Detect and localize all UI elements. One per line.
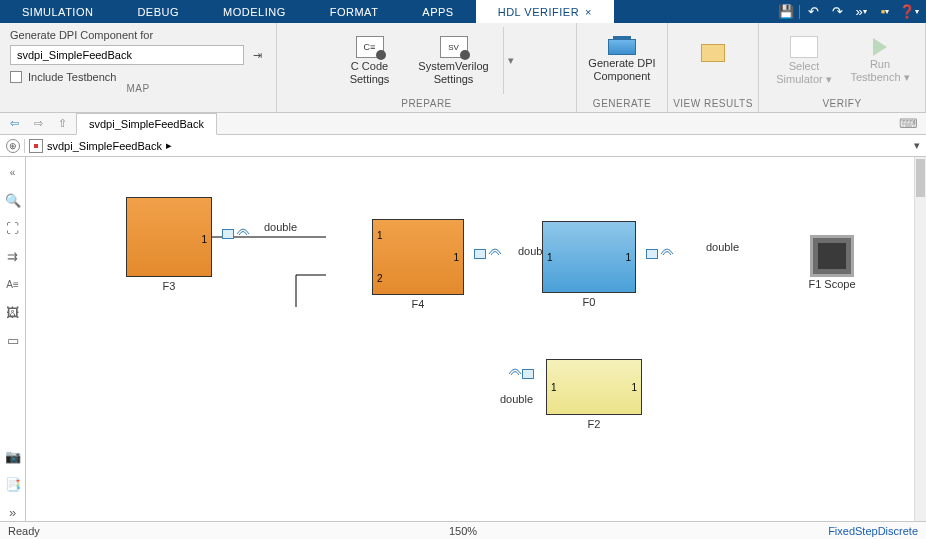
nav-up-button[interactable]: ⇧: [52, 115, 72, 133]
prepare-dropdown[interactable]: ▾: [503, 27, 519, 94]
block-scope[interactable]: F1 Scope: [810, 235, 854, 277]
annotation-tool[interactable]: A≡: [3, 275, 23, 293]
logging-icon-f4[interactable]: [474, 249, 486, 259]
status-bar: Ready 150% FixedStepDiscrete: [0, 521, 926, 539]
select-simulator-button[interactable]: Select Simulator ▾: [769, 27, 839, 94]
explorer-expand[interactable]: ▾: [914, 139, 920, 152]
select-simulator-label: Select Simulator ▾: [776, 60, 832, 84]
forward-button[interactable]: »▾: [850, 2, 872, 22]
systemverilog-settings-button[interactable]: SV SystemVerilog Settings: [419, 27, 489, 94]
c-code-settings-icon: C≡: [356, 36, 384, 58]
block-F2[interactable]: 1 1 F2: [546, 359, 642, 415]
hide-toolbar-button[interactable]: «: [3, 163, 23, 181]
folder-icon: [701, 44, 725, 62]
tab-modeling[interactable]: MODELING: [201, 0, 308, 23]
c-code-settings-button[interactable]: C≡ C Code Settings: [335, 27, 405, 94]
tab-hdl-verifier[interactable]: HDL VERIFIER ×: [476, 0, 614, 23]
systemverilog-settings-label: SystemVerilog Settings: [418, 60, 488, 84]
more-tools[interactable]: »: [3, 503, 23, 521]
document-tab[interactable]: svdpi_SimpleFeedBack: [76, 113, 217, 135]
systemverilog-settings-icon: SV: [440, 36, 468, 58]
nav-back-button[interactable]: ⇦: [4, 115, 24, 133]
include-testbench-label: Include Testbench: [28, 71, 116, 83]
help-glyph: ❓: [899, 4, 915, 19]
undo-button[interactable]: ↶: [802, 2, 824, 22]
streaming-icon-f0[interactable]: [660, 247, 674, 257]
tab-close-icon[interactable]: ×: [585, 6, 592, 18]
explorer-bar: ⊕ svdpi_SimpleFeedBack ▸ ▾: [0, 135, 926, 157]
breadcrumb-arrow-icon: ▸: [166, 139, 172, 152]
select-simulator-icon: [790, 36, 818, 58]
dpi-component-input[interactable]: [10, 45, 244, 65]
tab-simulation[interactable]: SIMULATION: [0, 0, 115, 23]
block-F2-in: 1: [631, 382, 637, 393]
pin-target-icon[interactable]: ⇥: [248, 46, 266, 64]
generate-dpi-button[interactable]: Generate DPI Component: [587, 27, 657, 94]
report-tool[interactable]: 📑: [3, 475, 23, 493]
model-canvas[interactable]: double doub double double 1: [26, 157, 926, 521]
run-testbench-button[interactable]: Run Testbench ▾: [845, 27, 915, 94]
ribbon-group-view-results-title: VIEW RESULTS: [668, 98, 758, 112]
play-icon: [873, 38, 887, 56]
checkbox-icon: [10, 71, 22, 83]
signal-type-f0-scope: double: [706, 241, 739, 253]
main-area: « 🔍 ⛶ ⇉ A≡ 🖼 ▭ 📷 📑 »: [0, 157, 926, 521]
ribbon-group-prepare: C≡ C Code Settings SV SystemVerilog Sett…: [277, 23, 577, 112]
status-solver[interactable]: FixedStepDiscrete: [828, 525, 918, 537]
open-folder-button[interactable]: [678, 27, 748, 94]
zoom-tool[interactable]: 🔍: [3, 191, 23, 209]
c-code-settings-label: C Code Settings: [350, 60, 390, 84]
keyboard-icon[interactable]: ⌨: [899, 116, 922, 131]
vertical-scrollbar[interactable]: [914, 157, 926, 521]
block-F0[interactable]: 1 1 F0: [542, 221, 636, 293]
ribbon-group-verify: Select Simulator ▾ Run Testbench ▾ VERIF…: [759, 23, 926, 112]
scope-screen-icon: [818, 243, 846, 269]
streaming-icon-f2[interactable]: [508, 367, 522, 377]
favorite-button[interactable]: ▪▾: [874, 2, 896, 22]
help-button[interactable]: ❓▾: [898, 2, 920, 22]
redo-button[interactable]: ↷: [826, 2, 848, 22]
breadcrumb[interactable]: svdpi_SimpleFeedBack ▸: [29, 139, 172, 153]
include-testbench-checkbox[interactable]: Include Testbench: [10, 71, 266, 83]
block-F3-label: F3: [163, 280, 176, 292]
block-F3[interactable]: 1 F3: [126, 197, 212, 277]
qat-separator: [799, 5, 800, 19]
streaming-icon-f4[interactable]: [488, 247, 502, 257]
ribbon-group-generate-title: GENERATE: [577, 98, 667, 112]
status-left: Ready: [8, 525, 40, 537]
save-button[interactable]: 💾: [775, 2, 797, 22]
nav-forward-button[interactable]: ⇨: [28, 115, 48, 133]
model-browser-toggle[interactable]: ⊕: [6, 139, 20, 153]
ribbon-group-verify-title: VERIFY: [759, 98, 925, 112]
ribbon-group-map: Generate DPI Component for ⇥ Include Tes…: [0, 23, 277, 112]
sequence-tool[interactable]: ⇉: [3, 247, 23, 265]
model-icon: [29, 139, 43, 153]
logging-icon-f0[interactable]: [646, 249, 658, 259]
block-F0-out: 1: [625, 252, 631, 263]
tab-apps[interactable]: APPS: [400, 0, 475, 23]
caret: ▾: [863, 7, 867, 16]
ribbon-group-generate: Generate DPI Component GENERATE: [577, 23, 668, 112]
block-F4[interactable]: 1 2 1 F4: [372, 219, 464, 295]
ribbon-group-view-results: VIEW RESULTS: [668, 23, 759, 112]
block-scope-label: F1 Scope: [808, 278, 855, 290]
ribbon-group-prepare-title: PREPARE: [277, 98, 576, 112]
streaming-icon-f3[interactable]: [236, 227, 250, 237]
block-F4-in2: 2: [377, 273, 383, 284]
status-zoom[interactable]: 150%: [449, 525, 477, 537]
tab-debug[interactable]: DEBUG: [115, 0, 201, 23]
logging-icon-f3[interactable]: [222, 229, 234, 239]
block-F0-label: F0: [583, 296, 596, 308]
image-tool[interactable]: 🖼: [3, 303, 23, 321]
fwd-glyph: »: [855, 4, 862, 19]
quick-access-toolbar: 💾 ↶ ↷ »▾ ▪▾ ❓▾: [775, 0, 926, 23]
logging-icon-f2[interactable]: [522, 369, 534, 379]
ribbon: Generate DPI Component for ⇥ Include Tes…: [0, 23, 926, 113]
screenshot-tool[interactable]: 📷: [3, 447, 23, 465]
open-folder-label: [711, 64, 714, 76]
scrollbar-thumb[interactable]: [916, 159, 925, 197]
navigation-bar: ⇦ ⇨ ⇧ svdpi_SimpleFeedBack ⌨: [0, 113, 926, 135]
fit-tool[interactable]: ⛶: [3, 219, 23, 237]
tab-format[interactable]: FORMAT: [308, 0, 401, 23]
area-tool[interactable]: ▭: [3, 331, 23, 349]
